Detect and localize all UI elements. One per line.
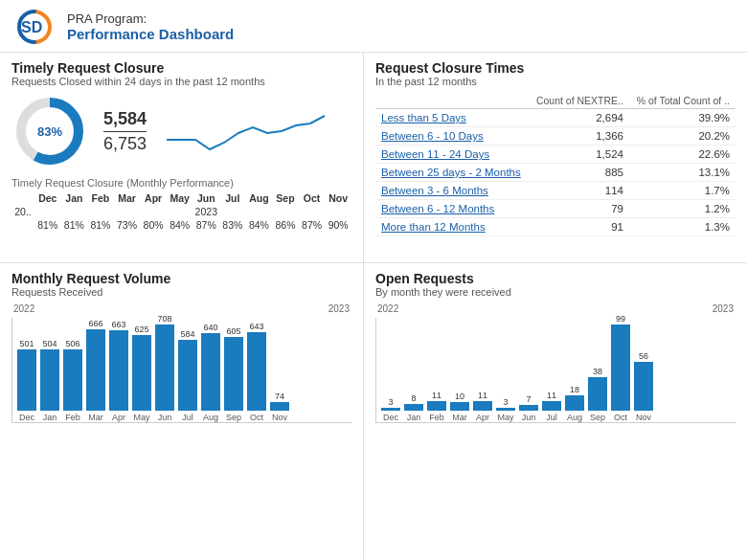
bar-value-label: 7 <box>526 394 531 404</box>
month-header-Feb: Feb <box>87 191 114 205</box>
bar-value-label: 8 <box>411 393 416 403</box>
rct-row-label[interactable]: Between 6 - 10 Days <box>375 127 529 146</box>
rct-row-count: 114 <box>529 182 629 200</box>
bar <box>496 408 515 411</box>
rct-row-pct: 20.2% <box>629 127 736 146</box>
bar-value-label: 640 <box>203 323 217 332</box>
pct-cell-5: 84% <box>167 218 193 232</box>
month-header-Nov: Nov <box>325 191 351 205</box>
bar-month-label: Sep <box>590 413 605 422</box>
trc-sparkline <box>162 106 351 157</box>
pct-row: 81%81%81%73%80%84%87%83%84%86%87%90% <box>11 218 351 232</box>
bar-month-label: Jan <box>407 413 421 422</box>
bar <box>178 340 197 411</box>
rct-panel: Request Closure Times In the past 12 mon… <box>364 53 747 262</box>
bar-value-label: 11 <box>478 391 487 400</box>
top-row: Timely Request Closure Requests Closed w… <box>0 53 747 263</box>
trc-subtitle: Requests Closed within 24 days in the pa… <box>11 76 351 87</box>
pct-cell-11: 90% <box>325 218 351 232</box>
bar-month-label: Aug <box>567 413 582 422</box>
rct-subtitle: In the past 12 months <box>375 76 736 87</box>
rct-row-count: 91 <box>529 218 629 236</box>
rct-row-label[interactable]: More than 12 Months <box>375 218 529 236</box>
mrv-bars: 501Dec504Jan506Feb666Mar663Apr625May708J… <box>11 318 351 423</box>
rct-row-label[interactable]: Less than 5 Days <box>375 109 529 127</box>
bar <box>634 362 653 411</box>
bar-group: 501Dec <box>16 339 37 422</box>
mrv-subtitle: Requests Received <box>11 286 351 298</box>
year-label-prev: 20.. <box>11 205 34 218</box>
or-subtitle: By month they were received <box>375 286 736 298</box>
pct-cell-4: 80% <box>140 218 167 232</box>
month-header-Aug: Aug <box>246 191 273 205</box>
rct-row-label[interactable]: Between 11 - 24 Days <box>375 146 529 164</box>
trc-panel: Timely Request Closure Requests Closed w… <box>0 53 364 262</box>
trc-content: 83% 5,584 6,753 <box>11 93 351 169</box>
rct-row[interactable]: Between 11 - 24 Days1,52422.6% <box>375 146 736 164</box>
bar-month-label: May <box>497 413 513 422</box>
bar <box>542 401 561 411</box>
bar <box>473 401 492 411</box>
rct-row-count: 1,524 <box>529 146 629 164</box>
bar-group: 18Aug <box>564 385 585 422</box>
rct-row[interactable]: Between 25 days - 2 Months88513.1% <box>375 164 736 182</box>
mrv-chart: 501Dec504Jan506Feb666Mar663Apr625May708J… <box>11 318 351 423</box>
year-row: 20..2023 <box>11 205 351 218</box>
bar-value-label: 643 <box>249 322 263 331</box>
rct-row-label[interactable]: Between 25 days - 2 Months <box>375 164 529 182</box>
bar-group: 504Jan <box>39 339 60 422</box>
mrv-years: 2022 2023 <box>11 303 351 314</box>
mrv-title: Monthly Request Volume <box>11 271 351 286</box>
month-header-May: May <box>167 191 193 205</box>
bar-value-label: 11 <box>432 391 441 400</box>
rct-row[interactable]: Between 6 - 10 Days1,36620.2% <box>375 127 736 146</box>
donut-label: 83% <box>37 124 62 139</box>
rct-col-pct: % of Total Count of .. <box>629 93 736 109</box>
rct-row-count: 885 <box>529 164 629 182</box>
bar-group: 3May <box>495 397 516 422</box>
rct-row[interactable]: Less than 5 Days2,69439.9% <box>375 109 736 127</box>
or-year-left: 2022 <box>377 303 398 314</box>
monthly-perf-table: DecJanFebMarAprMayJunJulAugSepOctNov 20.… <box>11 191 351 232</box>
rct-row-count: 2,694 <box>529 109 629 127</box>
mrv-year-right: 2023 <box>328 303 350 314</box>
month-header-Jul: Jul <box>219 191 246 205</box>
bar <box>611 325 630 411</box>
bar-month-label: Apr <box>476 413 489 422</box>
bar-group: 605Sep <box>223 326 244 422</box>
rct-row-count: 1,366 <box>529 127 629 146</box>
rct-row-label[interactable]: Between 3 - 6 Months <box>375 182 529 200</box>
bar <box>247 332 266 411</box>
rct-row[interactable]: Between 3 - 6 Months1141.7% <box>375 182 736 200</box>
bar <box>381 408 400 411</box>
bar-group: 11Apr <box>472 391 493 422</box>
pct-cell-6: 87% <box>192 218 219 232</box>
mrv-panel: Monthly Request Volume Requests Received… <box>0 263 364 559</box>
bar <box>155 325 174 411</box>
rct-row[interactable]: More than 12 Months911.3% <box>375 218 736 236</box>
pct-cell-3: 73% <box>114 218 141 232</box>
bar-group: 10Mar <box>449 392 470 422</box>
rct-row-label[interactable]: Between 6 - 12 Months <box>375 200 529 218</box>
program-label: PRA Program: <box>67 11 234 26</box>
rct-row[interactable]: Between 6 - 12 Months791.2% <box>375 200 736 218</box>
main-content: Timely Request Closure Requests Closed w… <box>0 53 747 559</box>
monthly-table: Timely Request Closure (Monthly Performa… <box>11 177 351 232</box>
trc-title: Timely Request Closure <box>11 60 351 76</box>
pct-cell-10: 87% <box>299 218 326 232</box>
bar <box>224 337 243 411</box>
month-header-Jun: Jun <box>192 191 219 205</box>
bar-value-label: 99 <box>616 314 625 324</box>
bar-month-label: Jul <box>182 413 193 422</box>
svg-text:SD: SD <box>21 19 42 35</box>
sparkline-svg <box>162 106 334 154</box>
bar-month-label: Oct <box>614 413 627 422</box>
bar-group: 11Jul <box>541 391 562 422</box>
bar-value-label: 625 <box>134 325 148 334</box>
bar-value-label: 11 <box>547 391 556 400</box>
bar-value-label: 38 <box>593 367 602 376</box>
month-header-Sep: Sep <box>272 191 299 205</box>
month-header-Dec: Dec <box>34 191 61 205</box>
bar <box>109 330 128 411</box>
bar-month-label: Jun <box>522 413 536 422</box>
